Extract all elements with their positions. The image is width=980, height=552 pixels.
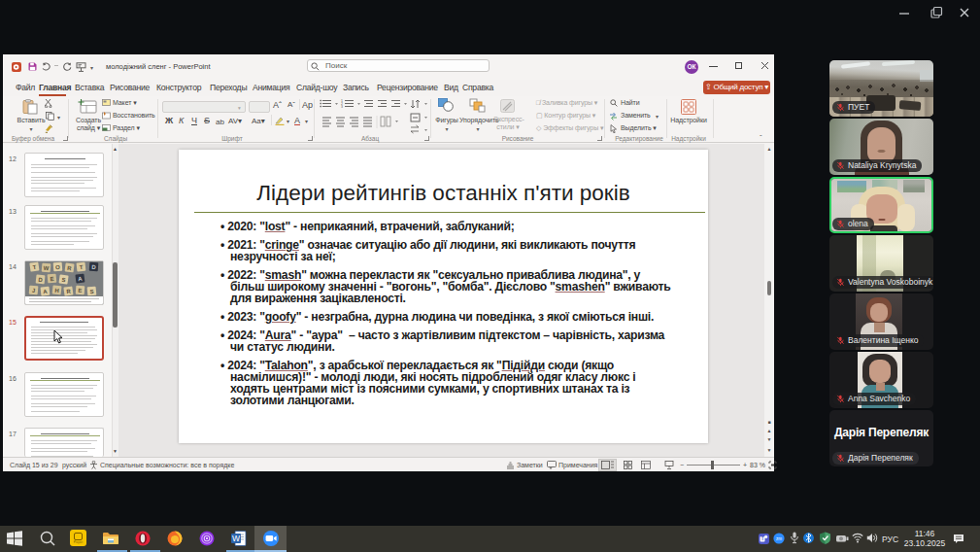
svg-text:J: J [32, 288, 36, 293]
svg-text:W: W [232, 534, 240, 543]
svg-text:S: S [61, 277, 66, 284]
svg-text:E: E [50, 276, 54, 282]
svg-text:E: E [78, 288, 82, 293]
svg-text:H: H [54, 288, 59, 293]
svg-text:S: S [89, 289, 94, 294]
svg-text:W: W [43, 265, 50, 272]
svg-text:T: T [761, 536, 764, 541]
svg-text:O: O [55, 264, 60, 270]
svg-text:3: 3 [341, 105, 343, 109]
svg-text:zm: zm [776, 536, 782, 541]
